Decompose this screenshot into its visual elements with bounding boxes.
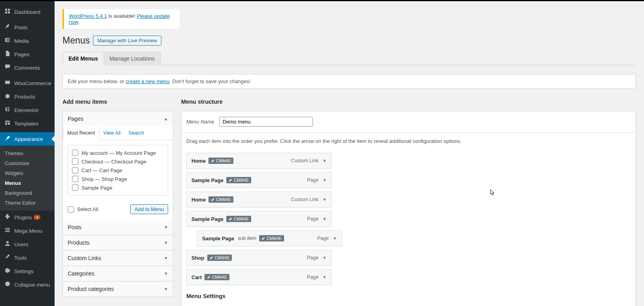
menu-item-title: Cart (191, 274, 202, 280)
sidebar-item-appearance[interactable]: Appearance (0, 132, 55, 146)
acc-posts-head[interactable]: Posts▼ (63, 220, 173, 235)
acc-categories-head[interactable]: Categories▼ (63, 266, 173, 281)
sidebar-item-settings[interactable]: Settings (0, 264, 55, 278)
chevron-down-icon: ▼ (164, 287, 168, 291)
acc-tab-most-recent[interactable]: Most Recent (63, 126, 99, 140)
select-all-checkbox[interactable] (68, 206, 74, 213)
templates-icon (4, 120, 11, 127)
pencil-icon (210, 256, 214, 260)
sidebar-item-plugins[interactable]: Plugins4 (0, 211, 55, 224)
sidebar-item-products[interactable]: Products (0, 90, 55, 103)
sidebar-sub-background[interactable]: Background (0, 188, 55, 198)
menu-item-title: Sample Page (191, 216, 224, 222)
acc-pages-head[interactable]: Pages ▲ (63, 111, 173, 126)
acc-tab-search[interactable]: Search (125, 126, 148, 140)
accordion: Pages ▲ Most Recent View All Search My a… (63, 111, 173, 297)
menu-item[interactable]: Sample PageCMM4EPage▼ (186, 211, 332, 227)
chevron-down-icon[interactable]: ▼ (333, 236, 337, 241)
page-label: Cart — Cart Page (81, 167, 122, 173)
chevron-down-icon[interactable]: ▼ (322, 275, 327, 279)
chevron-down-icon[interactable]: ▼ (322, 255, 327, 260)
acc-product-categories-head[interactable]: Product categories▼ (63, 281, 173, 296)
menu-item[interactable]: Sample PageCMM4EPage▼ (186, 172, 332, 188)
menu-name-input[interactable] (219, 117, 313, 127)
sidebar-item-collapse-menu[interactable]: Collapse menu (0, 278, 55, 291)
page-checkbox[interactable] (72, 184, 78, 191)
brush-icon (4, 135, 11, 143)
sidebar-item-posts[interactable]: Posts (0, 21, 55, 34)
sidebar-item-tools[interactable]: Tools (0, 251, 55, 264)
sidebar-item-label: Elementor (14, 107, 39, 113)
chevron-down-icon: ▼ (164, 225, 168, 230)
page-checkbox[interactable] (72, 176, 78, 182)
menu-item-type: Page (307, 216, 318, 222)
tools-icon (4, 254, 11, 262)
sidebar-sub-themes[interactable]: Themes (0, 148, 55, 158)
page-item[interactable]: Cart — Cart Page (72, 166, 164, 175)
pencil-icon (211, 159, 215, 163)
sidebar-sub-widgets[interactable]: Widgets (0, 168, 55, 178)
help-bar: Edit your menu below, or create a new me… (63, 74, 636, 89)
menu-item[interactable]: HomeCMM4ECustom Link▼ (186, 153, 332, 169)
sidebar-item-label: Media (14, 38, 29, 44)
pencil-icon (261, 236, 265, 240)
sidebar-item-label: Appearance (14, 136, 43, 142)
menu-item-type: Page (307, 255, 318, 260)
sidebar-item-users[interactable]: Users (0, 238, 55, 251)
pin-icon (4, 23, 11, 31)
sidebar-sub-theme-editor[interactable]: Theme Editor (0, 198, 55, 208)
sidebar-item-comments[interactable]: Comments (0, 61, 55, 74)
sidebar-item-label: Plugins (14, 215, 32, 220)
sidebar-item-dashboard[interactable]: Dashboard (0, 5, 55, 19)
live-preview-button[interactable]: Manage with Live Preview (93, 36, 161, 46)
sidebar-sub-customize[interactable]: Customize (0, 158, 55, 168)
update-notice: WordPress 5.4.1 is available! Please upd… (63, 9, 180, 29)
page-label: My account — My Account Page (81, 150, 156, 156)
chevron-down-icon[interactable]: ▼ (322, 217, 327, 221)
sidebar-item-label: Pages (14, 51, 29, 57)
sidebar-item-pages[interactable]: Pages (0, 48, 55, 61)
sidebar-item-media[interactable]: Media (0, 34, 55, 48)
sidebar-item-label: Dashboard (14, 9, 40, 15)
menu-item[interactable]: CartCMM4EPage▼ (186, 269, 332, 285)
page-checkbox[interactable] (72, 150, 78, 156)
chevron-down-icon[interactable]: ▼ (322, 178, 327, 182)
select-all-label[interactable]: Select All (68, 206, 98, 213)
page-checkbox[interactable] (72, 158, 78, 165)
page-item[interactable]: My account — My Account Page (72, 148, 164, 157)
menu-item[interactable]: ShopCMM4EPage▼ (186, 250, 332, 266)
chevron-down-icon: ▼ (164, 271, 168, 276)
chevron-down-icon[interactable]: ▼ (322, 158, 327, 163)
pencil-icon (211, 198, 215, 201)
chevron-down-icon[interactable]: ▼ (322, 197, 327, 202)
add-to-menu-button[interactable]: Add to Menu (130, 204, 168, 214)
add-menu-items-title: Add menu items (63, 99, 173, 105)
chevron-down-icon: ▼ (164, 256, 168, 260)
page-item[interactable]: Checkout — Checkout Page (72, 157, 164, 166)
page-label: Shop — Shop Page (81, 176, 127, 182)
tab-edit-menus[interactable]: Edit Menus (63, 52, 104, 65)
tab-manage-locations[interactable]: Manage Locations (104, 52, 161, 65)
menu-item[interactable]: Sample Pagesub itemCMM4EPage▼ (197, 230, 342, 246)
sidebar-item-label: Collapse menu (14, 282, 50, 288)
page-item[interactable]: Shop — Shop Page (72, 175, 164, 183)
woo-icon (4, 79, 11, 87)
page-checkbox[interactable] (72, 167, 78, 173)
acc-tab-view-all[interactable]: View All (99, 126, 125, 140)
sidebar-item-woocommerce[interactable]: WooCommerce (0, 76, 55, 90)
sidebar-item-elementor[interactable]: Elementor (0, 103, 55, 117)
cmm4e-badge: CMM4E (207, 255, 232, 261)
sidebar-sub-menus[interactable]: Menus (0, 178, 55, 188)
wp-version-link[interactable]: WordPress 5.4.1 (69, 13, 107, 19)
menu-item[interactable]: HomeCMM4ECustom Link▼ (186, 192, 332, 207)
page-item[interactable]: Sample Page (72, 183, 164, 192)
comments-icon (4, 64, 11, 72)
page-title: Menus (63, 35, 90, 46)
sidebar-item-mega-menu[interactable]: Mega Menu (0, 224, 55, 238)
acc-products-head[interactable]: Products▼ (63, 235, 173, 250)
acc-custom-links-head[interactable]: Custom Links▼ (63, 251, 173, 266)
sidebar-item-templates[interactable]: Templates (0, 117, 55, 130)
create-new-menu-link[interactable]: create a new menu (126, 78, 170, 84)
menu-item-type: Custom Link (291, 197, 318, 202)
sidebar-item-label: Products (14, 94, 35, 100)
